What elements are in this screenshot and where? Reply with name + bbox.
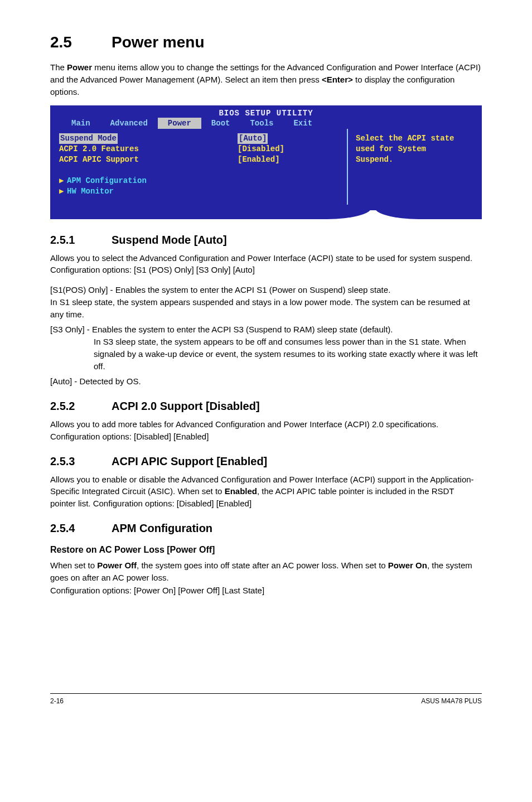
bios-help-line-2: used for System [356, 144, 473, 154]
intro-bold-1: Power [67, 62, 92, 72]
p-254: When set to Power Off, the system goes i… [50, 559, 482, 584]
p-251-auto: [Auto] - Detected by OS. [50, 375, 482, 388]
p-251-s1-lead: [S1(POS) Only] - Enables the system to e… [50, 284, 482, 296]
footer-page-num: 2-16 [50, 697, 64, 705]
heading-254-num: 2.5.4 [50, 522, 112, 535]
bios-val-acpi20: [Disabled] [238, 144, 344, 154]
heading-254-title: APM Configuration [112, 522, 212, 534]
bios-item-acpi20[interactable]: ACPI 2.0 Features [59, 144, 238, 154]
intro-text-1: The [50, 62, 67, 72]
bios-screenshot: BIOS SETUP UTILITY Main Advanced Power B… [50, 105, 482, 210]
p-251-intro: Allows you to select the Advanced Config… [50, 252, 482, 277]
bios-item-acpi-apic[interactable]: ACPI APIC Support [59, 154, 238, 165]
heading-254-sub: Restore on AC Power Loss [Power Off] [50, 545, 482, 555]
section-heading: 2.5Power menu [50, 33, 482, 51]
section-title-text: Power menu [112, 33, 204, 51]
bios-bottom-decor [50, 207, 482, 219]
section-number: 2.5 [50, 33, 112, 51]
p-252: Allows you to add more tables for Advanc… [50, 418, 482, 443]
bios-help-pane: Select the ACPI state used for System Su… [348, 129, 478, 204]
p-254-cfg: Configuration options: [Power On] [Power… [50, 584, 482, 597]
heading-252-title: ACPI 2.0 Support [Disabled] [112, 400, 260, 412]
intro-paragraph: The Power menu items allow you to change… [50, 61, 482, 98]
heading-253-num: 2.5.3 [50, 455, 112, 468]
intro-bold-2: <Enter> [322, 75, 353, 84]
bios-tab-tools[interactable]: Tools [240, 118, 283, 129]
heading-251-num: 2.5.1 [50, 234, 112, 247]
bios-tab-exit[interactable]: Exit [283, 118, 322, 129]
arrow-icon: ▶ [59, 186, 67, 197]
p-254-b1: Power Off [97, 561, 137, 570]
heading-252: 2.5.2ACPI 2.0 Support [Disabled] [50, 400, 482, 413]
heading-253: 2.5.3ACPI APIC Support [Enabled] [50, 455, 482, 468]
bios-val-suspend: [Auto] [238, 133, 268, 144]
arrow-icon: ▶ [59, 176, 67, 186]
bios-val-acpi-apic: [Enabled] [238, 154, 344, 165]
p-254-mid: , the system goes into off state after a… [137, 561, 388, 570]
bios-help-line-3: Suspend. [356, 154, 473, 165]
bios-item-suspend-mode[interactable]: Suspend Mode [59, 133, 118, 144]
bios-help-line-1: Select the ACPI state [356, 133, 473, 144]
p-254-pre1: When set to [50, 561, 97, 570]
bios-tab-boot[interactable]: Boot [201, 118, 240, 129]
bios-tab-bar: Main Advanced Power Boot Tools Exit [50, 118, 482, 129]
footer-model: ASUS M4A78 PLUS [421, 697, 482, 705]
heading-254: 2.5.4APM Configuration [50, 522, 482, 535]
p-254-b2: Power On [388, 561, 427, 570]
heading-251: 2.5.1Suspend Mode [Auto] [50, 234, 482, 247]
bios-sub-hwmon[interactable]: HW Monitor [67, 187, 114, 196]
p-251-s3-lead: [S3 Only] - Enables the system to enter … [50, 323, 482, 336]
bios-title: BIOS SETUP UTILITY [50, 105, 482, 118]
bios-sub-apm[interactable]: APM Configuration [67, 176, 147, 185]
p-251-s1-cont: In S1 sleep state, the system appears su… [50, 296, 482, 321]
heading-252-num: 2.5.2 [50, 400, 112, 413]
bios-tab-advanced[interactable]: Advanced [100, 118, 158, 129]
p-253: Allows you to enable or disable the Adva… [50, 474, 482, 510]
bios-tab-power[interactable]: Power [158, 118, 201, 129]
heading-251-title: Suspend Mode [Auto] [112, 234, 227, 246]
page-footer: 2-16 ASUS M4A78 PLUS [50, 693, 482, 705]
bios-tab-main[interactable]: Main [61, 118, 100, 129]
heading-253-title: ACPI APIC Support [Enabled] [112, 455, 267, 467]
p-251-s3-cont: In S3 sleep state, the system appears to… [94, 336, 482, 372]
p-253-bold: Enabled [225, 486, 257, 496]
